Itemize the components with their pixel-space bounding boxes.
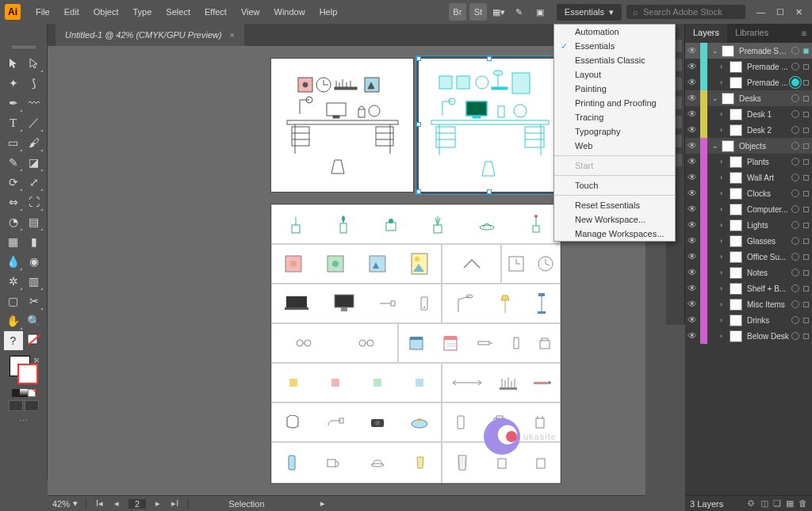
artboard-3-objects[interactable]	[271, 204, 561, 483]
visibility-icon[interactable]: 👁	[687, 188, 698, 199]
new-layer-icon[interactable]: ▦	[786, 498, 794, 509]
workspace-option[interactable]: Printing and Proofing	[554, 96, 675, 110]
delete-layer-icon[interactable]: 🗑	[799, 498, 807, 509]
layer-row[interactable]: 👁›Misc Items	[685, 296, 812, 312]
default-colors[interactable]	[25, 331, 44, 350]
tab-layers[interactable]: Layers	[685, 24, 727, 43]
zoom-tool[interactable]: 🔍	[25, 311, 44, 330]
paintbrush-tool[interactable]: 🖌	[25, 133, 44, 152]
window-close-icon[interactable]: ✕	[795, 7, 802, 17]
select-indicator[interactable]	[803, 207, 809, 212]
select-indicator[interactable]	[803, 64, 809, 70]
select-indicator[interactable]	[803, 270, 809, 276]
make-clip-icon[interactable]: ◫	[760, 498, 768, 509]
target-icon[interactable]	[791, 142, 799, 150]
visibility-icon[interactable]: 👁	[687, 61, 698, 72]
workspace-option[interactable]: Web	[554, 139, 675, 153]
disclosure-icon[interactable]: ›	[720, 174, 727, 181]
lasso-tool[interactable]: ⟆	[25, 74, 44, 93]
disclosure-icon[interactable]: ⌄	[712, 47, 719, 55]
workspace-option[interactable]: New Workspace...	[554, 212, 675, 227]
workspace-option[interactable]: Essentials	[554, 39, 675, 53]
window-maximize-icon[interactable]: ☐	[776, 7, 784, 17]
layer-row[interactable]: 👁›Computer...	[685, 201, 812, 217]
visibility-icon[interactable]: 👁	[687, 219, 698, 231]
next-artboard-icon[interactable]: ▸	[154, 498, 162, 509]
select-indicator[interactable]	[803, 238, 809, 244]
target-icon[interactable]	[791, 47, 799, 55]
stock-search[interactable]: ⌕ Search Adobe Stock	[626, 5, 745, 19]
last-artboard-icon[interactable]: ▸I	[170, 498, 180, 509]
select-indicator[interactable]	[803, 128, 809, 133]
layer-row[interactable]: 👁›Premade ...	[685, 59, 812, 74]
scale-tool[interactable]: ⤢	[25, 173, 44, 192]
shape-builder-tool[interactable]: ◔	[4, 212, 23, 231]
layer-row[interactable]: 👁›Premade ...	[685, 74, 812, 90]
menu-view[interactable]: View	[234, 4, 267, 20]
visibility-icon[interactable]: 👁	[687, 77, 698, 88]
visibility-icon[interactable]: 👁	[687, 299, 698, 310]
target-icon[interactable]	[791, 205, 799, 213]
menu-type[interactable]: Type	[126, 4, 159, 20]
visibility-icon[interactable]: 👁	[687, 204, 698, 215]
gpu-icon[interactable]: ✎	[511, 3, 528, 21]
workspace-option[interactable]: Painting	[554, 82, 675, 96]
window-minimize-icon[interactable]: —	[756, 7, 765, 17]
layer-row[interactable]: 👁›Notes	[685, 265, 812, 280]
disclosure-icon[interactable]: ›	[720, 300, 727, 308]
pen-tool[interactable]: ✒	[4, 93, 23, 112]
type-tool[interactable]: T	[4, 113, 23, 132]
disclosure-icon[interactable]: ›	[720, 158, 727, 166]
rotate-tool[interactable]: ⟳	[4, 173, 23, 192]
target-icon[interactable]	[791, 126, 799, 134]
free-transform-tool[interactable]: ⛶	[25, 193, 44, 212]
visibility-icon[interactable]: 👁	[687, 315, 698, 326]
fill-stroke-chips[interactable]: ⤪	[6, 356, 41, 387]
perspective-tool[interactable]: ▤	[25, 212, 44, 231]
select-indicator[interactable]	[803, 302, 809, 307]
target-icon[interactable]	[791, 332, 799, 340]
menu-window[interactable]: Window	[267, 4, 312, 20]
menu-file[interactable]: File	[29, 4, 57, 20]
workspace-option[interactable]: Essentials Classic	[554, 53, 675, 67]
tab-close-icon[interactable]: ×	[230, 30, 235, 40]
visibility-icon[interactable]: 👁	[687, 283, 698, 294]
layer-row[interactable]: 👁›Below Desk	[685, 328, 812, 344]
zoom-control[interactable]: 42% ▾	[52, 498, 78, 509]
disclosure-icon[interactable]: ›	[720, 332, 727, 340]
workspace-option[interactable]: Layout	[554, 67, 675, 82]
select-indicator[interactable]	[803, 223, 809, 228]
disclosure-icon[interactable]: ⌄	[712, 94, 719, 102]
select-indicator[interactable]	[803, 159, 809, 165]
disclosure-icon[interactable]: ›	[720, 253, 727, 261]
target-icon[interactable]	[791, 300, 799, 308]
disclosure-icon[interactable]: ›	[720, 63, 727, 71]
layer-row[interactable]: 👁›Glasses	[685, 233, 812, 249]
target-icon[interactable]	[791, 269, 799, 276]
menu-help[interactable]: Help	[312, 4, 345, 20]
target-icon[interactable]	[791, 110, 799, 118]
workspace-option[interactable]: Automation	[554, 25, 675, 39]
eraser-tool[interactable]: ◪	[25, 153, 44, 172]
disclosure-icon[interactable]: ›	[720, 126, 727, 134]
search-assets-icon[interactable]: ▣	[531, 3, 549, 21]
target-icon[interactable]	[791, 78, 799, 86]
artboard-number[interactable]: 2	[128, 499, 146, 509]
disclosure-icon[interactable]: ›	[720, 221, 727, 229]
layer-row[interactable]: 👁⌄Premade Scenes	[685, 43, 812, 59]
layer-row[interactable]: 👁›Desk 1	[685, 106, 812, 122]
select-indicator[interactable]	[803, 112, 809, 117]
curvature-tool[interactable]: 〰	[25, 93, 44, 112]
layer-row[interactable]: 👁›Wall Art	[685, 170, 812, 185]
visibility-icon[interactable]: 👁	[687, 140, 698, 151]
disclosure-icon[interactable]: ›	[720, 237, 727, 245]
status-play-icon[interactable]: ▸	[320, 498, 325, 509]
disclosure-icon[interactable]: ›	[720, 78, 727, 86]
target-icon[interactable]	[791, 63, 799, 71]
slice-tool[interactable]: ✂	[25, 292, 44, 311]
menu-edit[interactable]: Edit	[57, 4, 86, 20]
magic-wand-tool[interactable]: ✦	[4, 74, 23, 93]
locate-object-icon[interactable]: ⯐	[747, 498, 756, 509]
disclosure-icon[interactable]: ›	[720, 189, 727, 197]
first-artboard-icon[interactable]: I◂	[94, 498, 105, 509]
